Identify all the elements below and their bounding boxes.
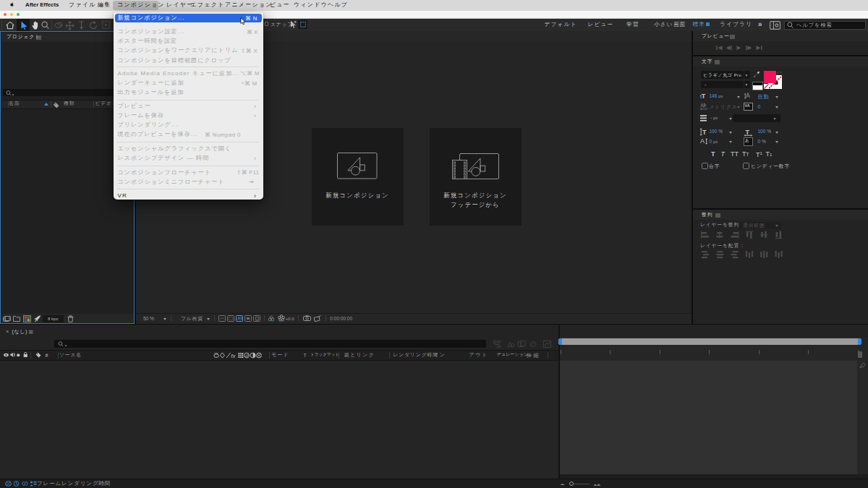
svg-text:T: T — [746, 128, 750, 135]
svg-text:fx: fx — [231, 352, 236, 359]
svg-text:T: T — [702, 129, 707, 136]
svg-text:A: A — [700, 137, 705, 145]
